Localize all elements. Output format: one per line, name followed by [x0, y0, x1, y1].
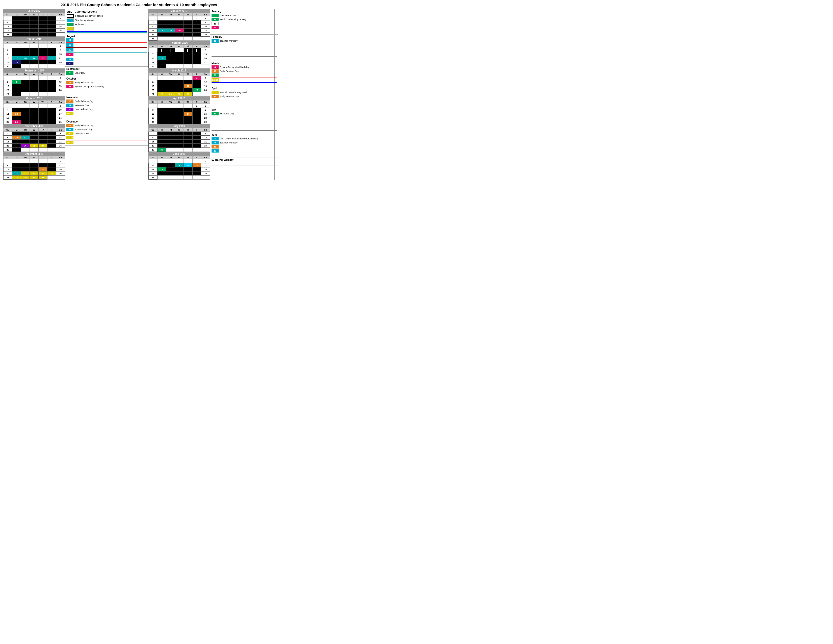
- event-date-nov11: 11: [66, 103, 74, 107]
- event-aug-24: 24: [66, 62, 147, 65]
- march-2016-table: SuMTuWThFSa 45 612 131719 202526: [148, 72, 210, 96]
- table-row: 4: [149, 159, 210, 163]
- table-row: 141520: [149, 56, 210, 60]
- table-row: 612: [149, 80, 210, 84]
- legend-text-firstlast: First and last days of school: [75, 14, 103, 17]
- event-date-jan20: 20: [212, 26, 219, 29]
- event-mar-17: 17 Early Release Day: [212, 69, 277, 73]
- event-date-dec2325: 23-25: [66, 136, 74, 139]
- event-label-jun8: Last Day of School/Early Release Day: [220, 137, 259, 140]
- table-row: 28: [149, 64, 210, 68]
- event-date-dec21: 21: [66, 128, 74, 131]
- table-row: 5: [3, 159, 65, 163]
- event-label-oct26: System Designated Workday: [75, 85, 104, 88]
- legend-color-firstlast: [67, 14, 74, 18]
- event-date-dec22: 22: [66, 132, 74, 135]
- april-events-header: April: [212, 87, 277, 90]
- june-events-block: June 8 Last Day of School/Early Release …: [210, 132, 278, 158]
- month-april-2016: April 2016 SuMTuWThFSa 12 39 101416: [148, 97, 210, 124]
- october-2015-table: SuMTuWThFSa 3 410 111317 1824: [3, 100, 65, 124]
- table-row: 19 25: [3, 29, 65, 32]
- table-row: 2728293031: [149, 92, 210, 96]
- may-events-block: May 30 Memorial Day: [210, 107, 278, 132]
- event-dec-22: 22 Annual Leave: [66, 132, 147, 135]
- table-row: 17: [3, 132, 65, 135]
- event-aug-19: 19: [66, 48, 147, 52]
- event-nov-25: 25 Unscheduled Day: [66, 108, 147, 111]
- event-dec-2831: 28-31: [66, 141, 147, 144]
- table-row: 232429: [3, 60, 65, 64]
- event-date-feb15: 15: [212, 39, 219, 43]
- event-date-mar25: 25: [212, 74, 219, 77]
- table-row: 410: [3, 108, 65, 112]
- event-date-nov25: 25: [66, 108, 74, 111]
- event-dec-18: 18 Early Release Day: [66, 124, 147, 127]
- event-aug-21: 21: [66, 58, 147, 61]
- event-date-nov2627: 26-27: [66, 112, 74, 115]
- col-left-calendars: July 2015 Su M Tu W Th F Sa: [3, 9, 65, 180]
- legend-text-teacher: Teacher Workdays: [75, 19, 94, 21]
- june-2016-header: June 2016: [148, 152, 210, 156]
- month-may-2016: May 2016 SuMTuWThFSa 17 814 1521: [148, 124, 210, 152]
- august-2015-table: SuMTuWThFSa 1 28 915 16171819202122: [3, 41, 65, 68]
- table-row: 5: [3, 76, 65, 80]
- month-march-2016: March 2016 SuMTuWThFSa 45 612 131719: [148, 69, 210, 97]
- table-row: 2127: [149, 60, 210, 64]
- month-september-2015: September 2015 SuMTuWThFSa 5 6712 1319: [3, 69, 65, 97]
- col-th: Th: [39, 13, 47, 16]
- month-february-2016: February 2016 SuMTuWThFSa ▌▌▌▌6 713 1415…: [148, 41, 210, 69]
- august-events-header: August: [66, 35, 147, 38]
- event-date-jan18: 18: [212, 18, 219, 21]
- event-date-jun8: 8: [212, 137, 219, 140]
- event-date-apr14: 14: [212, 95, 219, 98]
- event-jan-20: 20: [212, 26, 277, 29]
- may-2016-table: SuMTuWThFSa 17 814 1521 2228 2: [148, 128, 210, 152]
- table-row: 1: [3, 44, 65, 48]
- event-feb-15: 15 Teacher Workday: [212, 39, 277, 43]
- event-date-dec2831: 28-31: [66, 141, 74, 144]
- event-date-jun9: 9: [212, 141, 219, 145]
- col-w: W: [30, 13, 39, 16]
- table-row: 612: [3, 163, 65, 167]
- table-row: 12: [149, 16, 210, 21]
- march-events-block: March 4 System Designated Workday 17 Ear…: [210, 61, 278, 86]
- december-events-block: December 18 Early Release Day 21 Teacher…: [65, 119, 148, 146]
- table-row: 2430: [149, 120, 210, 124]
- event-label-mar17: Early Release Day: [220, 70, 239, 72]
- event-aug-20: 20: [66, 53, 147, 56]
- april-2016-table: SuMTuWThFSa 12 39 101416 1723: [148, 100, 210, 124]
- february-2016-table: SuMTuWThFSa ▌▌▌▌6 713 141520 2127: [148, 45, 210, 68]
- event-jun-13: 13: [212, 149, 277, 153]
- event-label-jun9: Teacher Workday: [220, 142, 238, 144]
- table-row: 27: [3, 92, 65, 96]
- col-m: M: [12, 13, 21, 16]
- event-sep-7: 7 Labor Day: [66, 71, 147, 75]
- table-row: 2728293031: [3, 175, 65, 180]
- september-events-block: September 7 Labor Day: [65, 67, 148, 76]
- august-events-block: August 17 18 19 20: [65, 34, 148, 67]
- event-label-dec18: Early Release Day: [75, 124, 94, 127]
- june-events-header: June: [212, 133, 277, 136]
- march-events-header: March: [212, 62, 277, 65]
- table-row: 39: [149, 108, 210, 112]
- legend-row-firstlast: First and last days of school: [67, 14, 147, 18]
- january-2016-header: January 2016: [148, 9, 210, 13]
- table-row: 1319: [3, 84, 65, 88]
- february-events-header: February: [212, 35, 277, 39]
- event-jan-19: 19: [212, 22, 277, 25]
- table-row: 16171819202122: [3, 56, 65, 60]
- table-row: 1824: [3, 116, 65, 120]
- month-june-2016: June 2016 SuMTuWThFSa 4 5891011 121318: [148, 152, 210, 180]
- table-row: 1016: [149, 24, 210, 29]
- table-row: 202526: [149, 88, 210, 92]
- event-aug-17: 17: [66, 39, 147, 42]
- event-label-feb15: Teacher Workday: [220, 40, 238, 42]
- month-november-2015: November 2015 SuMTuWThFSa 17 8101114 152…: [3, 124, 65, 152]
- table-row: 4: [3, 16, 65, 21]
- event-jun-8: 8 Last Day of School/Early Release Day: [212, 137, 277, 140]
- event-date-jan19: 19: [212, 22, 219, 25]
- legend-color-yellow: [67, 27, 74, 31]
- event-date-oct26: 26: [66, 85, 74, 89]
- page: 2015-2016 Pitt County Schools Academic C…: [0, 0, 278, 183]
- december-2015-table: SuMTuWThFSa 5 612 131819 20212223242526: [3, 156, 65, 180]
